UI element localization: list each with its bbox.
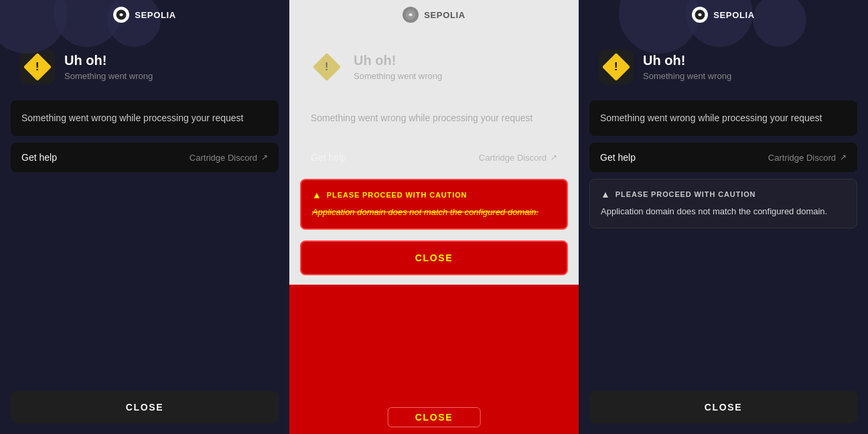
right-get-help-row: Get help Cartridge Discord ↗: [589, 143, 857, 172]
left-warning-icon-box: !: [20, 50, 55, 84]
left-get-help-label: Get help: [21, 152, 57, 163]
center-red-overflow: CLOSE: [289, 285, 579, 435]
left-warning-diamond: !: [23, 53, 52, 81]
right-panel: SEPOLIA ! Uh oh! Something went wrong So…: [579, 0, 868, 434]
right-logo-icon: [692, 7, 708, 23]
right-content: ! Uh oh! Something went wrong Something …: [579, 29, 868, 391]
left-uh-oh-card: ! Uh oh! Something went wrong: [11, 40, 279, 94]
right-header: SEPOLIA: [579, 0, 868, 29]
left-error-message: Something went wrong while processing yo…: [21, 113, 244, 123]
right-error-message: Something went wrong while processing yo…: [600, 113, 822, 123]
right-network-name: SEPOLIA: [713, 10, 755, 20]
center-warning-icon: !: [325, 61, 328, 73]
center-error-message-box: Something went wrong while processing yo…: [300, 100, 568, 136]
center-content: ! Uh oh! Something went wrong Something …: [289, 29, 579, 240]
center-network-logo: SEPOLIA: [403, 7, 465, 23]
center-uh-oh-text: Uh oh! Something went wrong: [354, 53, 442, 81]
left-uh-oh-subtitle: Something went wrong: [64, 71, 153, 81]
right-get-help-label: Get help: [600, 152, 636, 163]
left-error-message-box: Something went wrong while processing yo…: [11, 100, 279, 136]
center-uh-oh-card: ! Uh oh! Something went wrong: [300, 40, 568, 94]
right-warning-icon-box: !: [599, 50, 634, 84]
left-discord-label: Cartridge Discord: [190, 153, 257, 163]
left-panel: SEPOLIA ! Uh oh! Something went wrong So…: [0, 0, 289, 434]
right-caution-header: ▲ PLEASE PROCEED WITH CAUTION: [601, 189, 846, 200]
center-uh-oh-title: Uh oh!: [354, 53, 442, 68]
center-caution-title: PLEASE PROCEED WITH CAUTION: [327, 191, 467, 199]
right-uh-oh-title: Uh oh!: [643, 53, 731, 68]
left-uh-oh-text: Uh oh! Something went wrong: [64, 53, 153, 81]
right-caution-icon: ▲: [601, 189, 610, 200]
center-discord-link[interactable]: Cartridge Discord ↗: [479, 153, 557, 163]
center-caution-icon: ▲: [312, 190, 321, 200]
left-network-name: SEPOLIA: [135, 10, 176, 20]
center-close-button[interactable]: CLOSE: [300, 240, 568, 275]
right-caution-title: PLEASE PROCEED WITH CAUTION: [616, 190, 756, 198]
left-content: ! Uh oh! Something went wrong Something …: [0, 29, 289, 391]
right-discord-label: Cartridge Discord: [768, 153, 836, 163]
center-warning-icon-box: !: [309, 50, 344, 84]
center-get-help-row: Get help Cartridge Discord ↗: [300, 143, 568, 172]
center-caution-message: Application domain does not match the co…: [312, 206, 556, 219]
left-warning-icon: !: [35, 61, 39, 73]
right-caution-message: Application domain does not match the co…: [601, 205, 846, 218]
center-caution-box: ▲ PLEASE PROCEED WITH CAUTION Applicatio…: [300, 179, 568, 230]
right-warning-diamond: !: [602, 53, 630, 81]
right-error-message-box: Something went wrong while processing yo…: [589, 100, 857, 136]
right-network-logo: SEPOLIA: [692, 7, 755, 23]
right-uh-oh-card: ! Uh oh! Something went wrong: [589, 40, 857, 94]
left-external-link-icon: ↗: [261, 153, 268, 162]
center-uh-oh-subtitle: Something went wrong: [354, 71, 442, 81]
right-warning-icon: !: [614, 61, 618, 73]
center-caution-header: ▲ PLEASE PROCEED WITH CAUTION: [312, 190, 556, 200]
center-header: SEPOLIA: [289, 0, 579, 29]
left-discord-link[interactable]: Cartridge Discord ↗: [190, 153, 268, 163]
left-header: SEPOLIA: [0, 0, 289, 29]
left-network-logo: SEPOLIA: [113, 7, 176, 23]
center-get-help-label: Get help: [311, 152, 346, 163]
right-close-button[interactable]: CLOSE: [589, 391, 857, 423]
right-external-link-icon: ↗: [840, 153, 847, 162]
left-get-help-row: Get help Cartridge Discord ↗: [11, 143, 279, 172]
center-warning-diamond: !: [313, 53, 341, 81]
left-close-button[interactable]: CLOSE: [11, 391, 279, 423]
center-logo-icon: [403, 7, 419, 23]
center-error-message: Something went wrong while processing yo…: [311, 113, 533, 123]
center-discord-label: Cartridge Discord: [479, 153, 547, 163]
center-network-name: SEPOLIA: [424, 10, 465, 20]
right-caution-box: ▲ PLEASE PROCEED WITH CAUTION Applicatio…: [589, 179, 857, 228]
center-external-link-icon: ↗: [551, 153, 557, 162]
left-uh-oh-title: Uh oh!: [64, 53, 153, 68]
right-uh-oh-text: Uh oh! Something went wrong: [643, 53, 731, 81]
center-panel: SEPOLIA ! Uh oh! Something went wrong So…: [289, 0, 579, 434]
right-discord-link[interactable]: Cartridge Discord ↗: [768, 153, 847, 163]
center-overflow-close-label: CLOSE: [388, 407, 481, 427]
right-uh-oh-subtitle: Something went wrong: [643, 71, 731, 81]
left-logo-icon: [113, 7, 129, 23]
